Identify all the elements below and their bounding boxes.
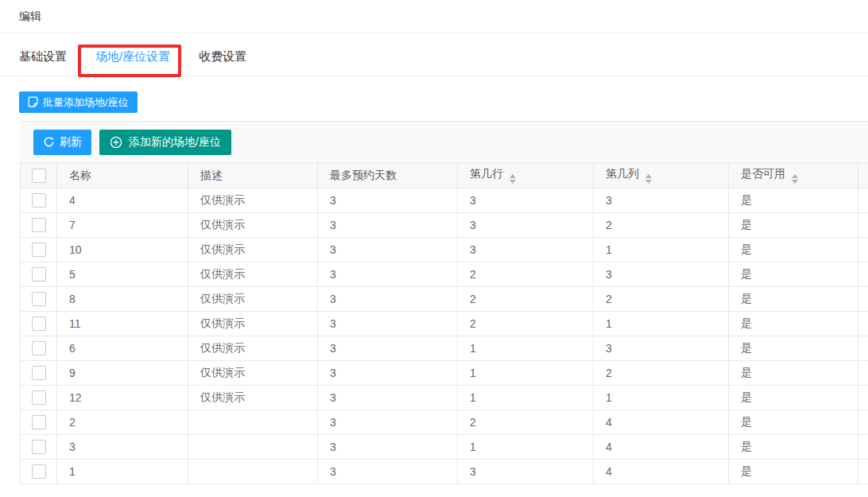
cell-extra <box>858 238 868 262</box>
cell-row-number: 1 <box>458 386 594 410</box>
row-checkbox-cell <box>21 336 57 361</box>
cell-max-days: 3 <box>318 287 458 312</box>
cell-extra <box>858 361 868 386</box>
cell-extra <box>858 460 868 484</box>
column-header-available-label: 是否可用 <box>741 167 785 180</box>
cell-available: 是 <box>729 386 858 410</box>
row-checkbox-cell <box>21 262 57 287</box>
add-new-venue-seat-button[interactable]: 添加新的场地/座位 <box>99 130 231 155</box>
cell-name: 1 <box>57 460 188 484</box>
cell-extra <box>858 386 868 410</box>
cell-extra <box>858 188 868 213</box>
row-checkbox[interactable] <box>32 193 46 208</box>
row-checkbox[interactable] <box>32 415 46 429</box>
cell-available: 是 <box>729 435 858 460</box>
cell-row-number: 2 <box>458 287 594 312</box>
column-header-col-number-label: 第几列 <box>606 167 639 180</box>
column-header-name-label: 名称 <box>69 169 91 181</box>
cell-col-number: 3 <box>594 188 729 213</box>
table-toolbar: 刷新 添加新的场地/座位 <box>20 122 868 162</box>
table-row: 6仅供演示313是 <box>21 336 868 361</box>
table-row: 4仅供演示333是 <box>21 188 868 213</box>
row-checkbox-cell <box>21 238 57 262</box>
select-all-checkbox[interactable] <box>32 169 46 183</box>
row-checkbox[interactable] <box>32 218 46 232</box>
table-row: 3314是 <box>21 435 868 460</box>
cell-name: 12 <box>57 386 188 410</box>
cell-available: 是 <box>729 336 858 361</box>
document-icon <box>28 96 38 108</box>
cell-available: 是 <box>729 188 858 213</box>
refresh-label: 刷新 <box>60 135 82 149</box>
header-select-all-cell <box>21 163 57 188</box>
column-header-row-number: 第几行 <box>458 163 594 188</box>
caret-down-icon <box>645 180 652 184</box>
row-checkbox-cell <box>21 287 57 312</box>
cell-row-number: 1 <box>458 435 594 460</box>
batch-add-button[interactable]: 批量添加场地/座位 <box>19 91 138 113</box>
cell-row-number: 2 <box>458 312 594 336</box>
cell-name: 3 <box>57 435 188 460</box>
row-checkbox[interactable] <box>32 440 46 454</box>
cell-max-days: 3 <box>318 262 458 287</box>
cell-col-number: 2 <box>594 361 729 386</box>
row-checkbox[interactable] <box>32 341 46 355</box>
cell-extra <box>858 410 868 435</box>
tab-basic-settings[interactable]: 基础设置 <box>19 38 67 76</box>
tab-fee-settings[interactable]: 收费设置 <box>199 38 246 76</box>
sort-icon[interactable] <box>645 174 652 184</box>
column-header-available: 是否可用 <box>729 163 858 188</box>
sort-icon[interactable] <box>510 174 516 184</box>
row-checkbox[interactable] <box>32 464 46 479</box>
table-row: 9仅供演示312是 <box>21 361 868 386</box>
row-checkbox[interactable] <box>32 267 46 282</box>
cell-extra <box>858 435 868 460</box>
cell-available: 是 <box>729 361 858 386</box>
row-checkbox[interactable] <box>32 366 46 380</box>
cell-max-days: 3 <box>318 188 458 213</box>
cell-extra <box>858 213 868 238</box>
table-header-row: 名称 描述 最多预约天数 第几行 第几列 是否可用 <box>21 163 868 188</box>
row-checkbox-cell <box>21 460 57 484</box>
row-checkbox[interactable] <box>32 316 46 331</box>
row-checkbox[interactable] <box>32 390 46 405</box>
batch-add-label: 批量添加场地/座位 <box>43 95 129 110</box>
cell-description: 仅供演示 <box>188 287 318 312</box>
cell-row-number: 3 <box>458 238 594 262</box>
cell-available: 是 <box>729 460 858 484</box>
column-header-description-label: 描述 <box>200 169 223 181</box>
row-checkbox[interactable] <box>32 243 46 257</box>
cell-col-number: 4 <box>594 410 729 435</box>
cell-name: 7 <box>57 213 188 238</box>
cell-available: 是 <box>729 262 858 287</box>
table-panel: 刷新 添加新的场地/座位 名称 <box>20 121 868 484</box>
caret-up-icon <box>645 174 652 178</box>
cell-col-number: 4 <box>594 435 729 460</box>
row-checkbox-cell <box>21 410 57 435</box>
table-row: 1334是 <box>21 460 868 484</box>
row-checkbox-cell <box>21 188 57 213</box>
refresh-button[interactable]: 刷新 <box>33 130 91 155</box>
cell-description <box>188 460 318 484</box>
cell-row-number: 3 <box>458 213 594 238</box>
cell-name: 9 <box>57 361 188 386</box>
cell-description: 仅供演示 <box>188 238 318 262</box>
cell-name: 8 <box>57 287 188 312</box>
tab-venue-seat-settings[interactable]: 场地/座位设置 <box>95 38 170 76</box>
cell-description: 仅供演示 <box>188 386 318 410</box>
cell-description: 仅供演示 <box>188 361 318 386</box>
row-checkbox[interactable] <box>32 292 46 306</box>
cell-max-days: 3 <box>318 410 458 435</box>
cell-max-days: 3 <box>318 238 458 262</box>
sort-icon[interactable] <box>792 174 798 184</box>
cell-col-number: 1 <box>594 312 729 336</box>
table-row: 7仅供演示332是 <box>21 213 868 238</box>
column-header-description: 描述 <box>188 163 318 188</box>
column-header-max-days-label: 最多预约天数 <box>330 169 397 181</box>
cell-col-number: 2 <box>594 213 729 238</box>
cell-max-days: 3 <box>318 312 458 336</box>
cell-max-days: 3 <box>318 361 458 386</box>
cell-row-number: 1 <box>458 361 594 386</box>
cell-description <box>188 410 318 435</box>
settings-tabbar: 基础设置 场地/座位设置 收费设置 <box>0 33 868 76</box>
